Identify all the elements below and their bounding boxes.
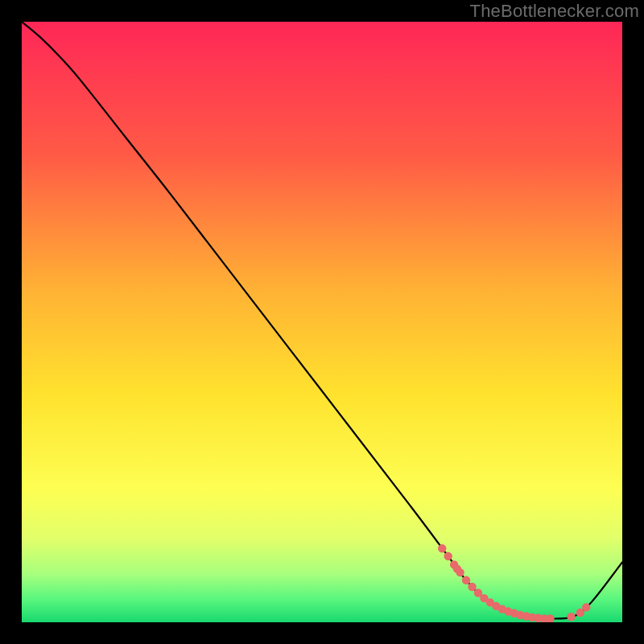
data-marker bbox=[468, 583, 476, 591]
data-marker bbox=[438, 544, 446, 552]
plot-area bbox=[22, 22, 622, 622]
data-marker bbox=[444, 552, 452, 560]
chart-frame: TheBottlenecker.com bbox=[0, 0, 644, 644]
chart-svg bbox=[22, 22, 622, 622]
gradient-background bbox=[22, 22, 622, 622]
data-marker bbox=[567, 613, 575, 621]
data-marker bbox=[582, 603, 590, 611]
watermark-text: TheBottlenecker.com bbox=[470, 1, 639, 22]
data-marker bbox=[462, 576, 470, 584]
data-marker bbox=[456, 568, 464, 576]
